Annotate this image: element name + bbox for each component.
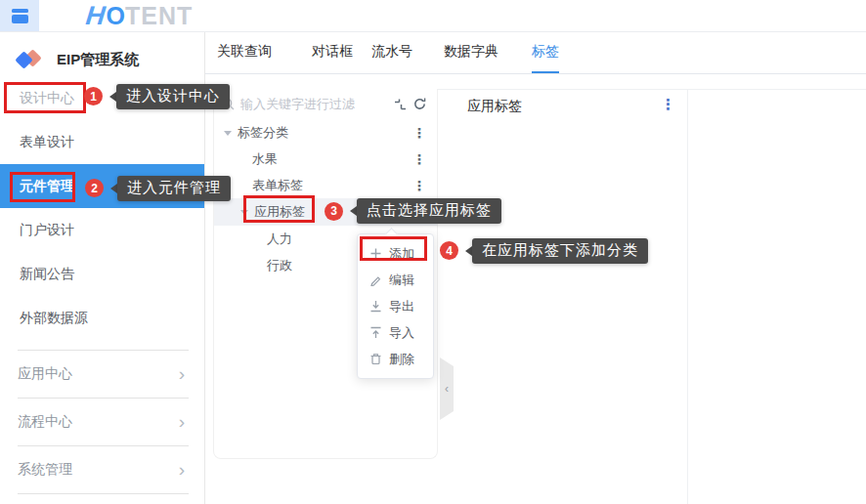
right-panel-title: 应用标签 xyxy=(467,98,522,115)
sidebar: EIP管理系统 设计中心 表单设计 元件管理 门户设计 新闻公告 外部数据源 应… xyxy=(0,32,205,504)
sidebar-item-form-design[interactable]: 表单设计 xyxy=(0,120,204,164)
refresh-icon[interactable] xyxy=(412,97,427,111)
plus-icon xyxy=(369,247,382,260)
tab-serial-number[interactable]: 流水号 xyxy=(371,32,412,73)
group-label: 流程中心 xyxy=(18,413,72,431)
tree-search-row xyxy=(214,89,437,119)
sidebar-group-app-center[interactable]: 应用中心 xyxy=(18,350,189,398)
edit-icon xyxy=(369,273,382,286)
tab-related-query[interactable]: 关联查询 xyxy=(217,32,272,73)
search-icon xyxy=(222,98,235,110)
sidebar-item-component-management[interactable]: 元件管理 xyxy=(0,164,204,208)
sidebar-group-workflow-center[interactable]: 流程中心 xyxy=(18,398,189,445)
app-title-row: EIP管理系统 xyxy=(0,32,204,73)
export-icon xyxy=(369,300,382,313)
logo-text: TENT xyxy=(125,2,193,30)
panel-collapse-handle[interactable] xyxy=(440,357,454,420)
sidebar-item-external-datasource[interactable]: 外部数据源 xyxy=(0,296,204,340)
sidebar-item-news-announcement[interactable]: 新闻公告 xyxy=(0,252,204,296)
sidebar-groups: 应用中心 流程中心 系统管理 xyxy=(0,350,204,494)
node-more-icon[interactable] xyxy=(412,152,426,166)
menu-item-export[interactable]: 导出 xyxy=(358,293,433,319)
tree-filter-input[interactable] xyxy=(240,97,388,111)
tab-label-active[interactable]: 标签 xyxy=(532,32,559,73)
tab-bar: 关联查询 对话框 流水号 数据字典 标签 xyxy=(205,32,866,74)
chevron-right-icon xyxy=(179,459,185,481)
tree-node-form-label[interactable]: 表单标签 xyxy=(214,172,437,198)
chevron-right-icon xyxy=(179,363,185,385)
sidebar-group-system-management[interactable]: 系统管理 xyxy=(18,445,189,493)
chevron-right-icon xyxy=(179,411,185,433)
node-more-icon[interactable] xyxy=(412,179,426,192)
sidebar-item-design-center[interactable]: 设计中心 xyxy=(0,76,204,120)
node-more-icon[interactable] xyxy=(412,126,426,140)
caret-down-icon[interactable] xyxy=(240,210,248,219)
sidebar-toggle-icon xyxy=(12,9,28,23)
tab-dialog[interactable]: 对话框 xyxy=(312,32,353,73)
app-logo: HOTENT xyxy=(86,0,193,31)
sidebar-divider xyxy=(18,493,189,494)
tab-data-dictionary[interactable]: 数据字典 xyxy=(444,32,498,73)
menu-item-delete[interactable]: 删除 xyxy=(358,346,433,372)
tree-node-fruit[interactable]: 水果 xyxy=(214,146,437,172)
logo-letter-o: O xyxy=(107,2,125,30)
logo-letter-h: H xyxy=(84,1,107,31)
menu-item-import[interactable]: 导入 xyxy=(358,319,433,346)
sidebar-toggle-button[interactable] xyxy=(0,0,39,31)
panel-vertical-divider xyxy=(687,89,688,504)
delete-icon xyxy=(369,353,382,365)
tree-context-menu: 添加 编辑 导出 导入 删除 xyxy=(357,233,434,379)
collapse-tree-icon[interactable] xyxy=(394,98,407,110)
app-title: EIP管理系统 xyxy=(57,51,139,69)
tree-node-app-label[interactable]: 应用标签 xyxy=(214,198,437,226)
import-icon xyxy=(369,326,382,339)
menu-item-add[interactable]: 添加 xyxy=(358,240,433,267)
caret-down-icon[interactable] xyxy=(224,131,232,140)
app-diamond-icon xyxy=(16,49,45,70)
tree-node-label-category[interactable]: 标签分类 xyxy=(214,119,437,146)
sidebar-menu: 设计中心 表单设计 元件管理 门户设计 新闻公告 外部数据源 xyxy=(0,76,204,340)
group-label: 应用中心 xyxy=(18,365,72,383)
sidebar-item-portal-design[interactable]: 门户设计 xyxy=(0,208,204,252)
main-content: 标签分类 水果 表单标签 应用标签 人力 行政 应用标签 xyxy=(205,74,866,504)
panel-more-icon[interactable] xyxy=(661,96,675,113)
menu-item-edit[interactable]: 编辑 xyxy=(358,267,433,293)
top-header: HOTENT xyxy=(0,0,866,32)
group-label: 系统管理 xyxy=(18,461,72,479)
